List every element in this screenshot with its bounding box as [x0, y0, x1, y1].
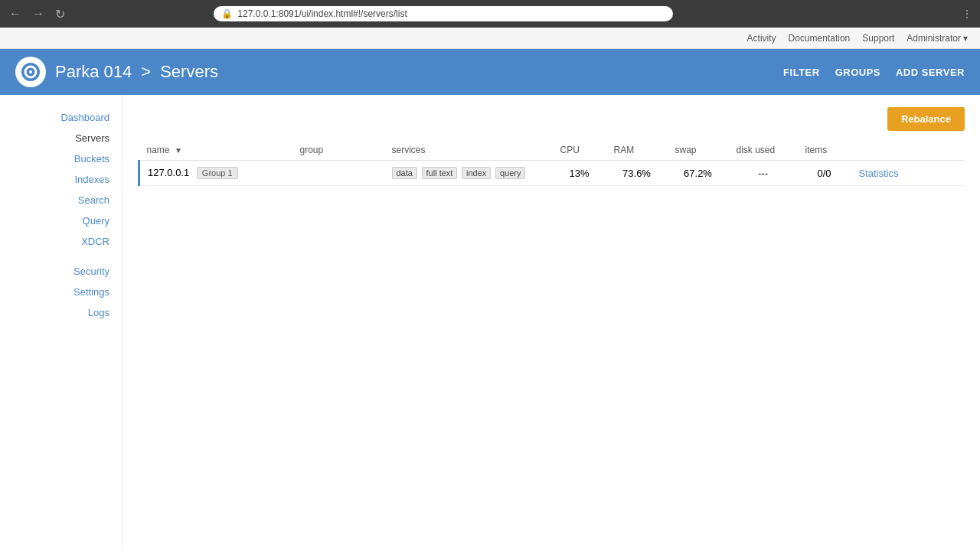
rebalance-button[interactable]: Rebalance — [887, 107, 965, 131]
activity-link[interactable]: Activity — [747, 33, 776, 44]
service-query-badge: query — [495, 167, 526, 179]
service-data-badge: data — [392, 167, 417, 179]
server-ram-cell: 73.6% — [606, 161, 668, 186]
service-index-badge: index — [462, 167, 491, 179]
extensions-icon: ⋮ — [960, 7, 974, 21]
server-stats-cell: Statistics — [851, 161, 965, 186]
main-layout: Dashboard Servers Buckets Indexes Search… — [0, 95, 980, 551]
sidebar: Dashboard Servers Buckets Indexes Search… — [0, 95, 122, 551]
server-ip: 127.0.0.1 — [148, 167, 189, 178]
col-header-name[interactable]: name ▼ — [139, 140, 292, 161]
server-services-cell: data full text index query — [384, 161, 553, 186]
col-header-group: group — [292, 140, 384, 161]
content-header: Rebalance — [138, 107, 965, 131]
col-header-services: services — [384, 140, 553, 161]
sidebar-item-security[interactable]: Security — [0, 261, 122, 282]
brand-logo — [15, 57, 46, 87]
forward-button[interactable]: → — [29, 5, 47, 22]
sidebar-item-search[interactable]: Search — [0, 190, 122, 210]
sidebar-item-dashboard[interactable]: Dashboard — [0, 107, 122, 128]
col-header-disk: disk used — [729, 140, 798, 161]
brand: Parka 014 > Servers — [15, 57, 218, 87]
table-body: 127.0.0.1 Group 1 data full text index q… — [139, 161, 965, 186]
group-badge: Group 1 — [197, 167, 238, 179]
statistics-link[interactable]: Statistics — [859, 168, 899, 179]
server-swap-cell: 67.2% — [668, 161, 729, 186]
sidebar-nav: Dashboard Servers Buckets Indexes Search… — [0, 107, 122, 323]
sidebar-item-xdcr[interactable]: XDCR — [0, 231, 122, 252]
address-bar[interactable]: 🔒 127.0.0.1:8091/ui/index.html#!/servers… — [214, 6, 673, 21]
support-link[interactable]: Support — [862, 33, 894, 44]
sidebar-item-servers[interactable]: Servers — [0, 128, 122, 148]
back-button[interactable]: ← — [6, 5, 24, 22]
sidebar-divider — [0, 252, 122, 261]
sidebar-item-logs[interactable]: Logs — [0, 302, 122, 323]
brand-name: Parka 014 — [55, 62, 132, 82]
dropdown-arrow-icon: ▾ — [963, 33, 968, 44]
servers-table: name ▼ group services CPU RAM swap disk … — [138, 140, 965, 186]
content-area: Rebalance name ▼ group services CPU RAM … — [122, 95, 980, 551]
administrator-link[interactable]: Administrator ▾ — [906, 33, 968, 44]
col-header-cpu: CPU — [553, 140, 606, 161]
svg-point-2 — [29, 70, 32, 73]
col-header-ram: RAM — [606, 140, 668, 161]
server-name-cell: 127.0.0.1 Group 1 — [139, 161, 292, 186]
groups-button[interactable]: GROUPS — [835, 67, 880, 78]
sidebar-item-query[interactable]: Query — [0, 210, 122, 231]
server-group-cell — [292, 161, 384, 186]
service-fulltext-badge: full text — [422, 167, 458, 179]
header-nav: FILTER GROUPS ADD SERVER — [783, 67, 965, 78]
sidebar-item-indexes[interactable]: Indexes — [0, 169, 122, 190]
reload-button[interactable]: ↻ — [52, 5, 68, 23]
header: Parka 014 > Servers FILTER GROUPS ADD SE… — [0, 49, 980, 95]
breadcrumb-separator: > — [141, 62, 151, 82]
server-cpu-cell: 13% — [553, 161, 606, 186]
browser-chrome: ← → ↻ 🔒 127.0.0.1:8091/ui/index.html#!/s… — [0, 0, 980, 28]
col-header-swap: swap — [668, 140, 729, 161]
col-header-actions — [851, 140, 965, 161]
url-text: 127.0.0.1:8091/ui/index.html#!/servers/l… — [237, 8, 407, 19]
table-row: 127.0.0.1 Group 1 data full text index q… — [139, 161, 965, 186]
col-header-items: items — [798, 140, 851, 161]
table-header: name ▼ group services CPU RAM swap disk … — [139, 140, 965, 161]
utility-bar: Activity Documentation Support Administr… — [0, 28, 980, 49]
filter-button[interactable]: FILTER — [783, 67, 820, 78]
browser-icons: ⋮ — [960, 7, 974, 21]
add-server-button[interactable]: ADD SERVER — [896, 67, 965, 78]
sort-arrow-icon: ▼ — [175, 146, 182, 155]
page-title: Servers — [160, 62, 218, 82]
documentation-link[interactable]: Documentation — [789, 33, 851, 44]
server-disk-cell: --- — [729, 161, 798, 186]
server-items-cell: 0/0 — [798, 161, 851, 186]
sidebar-item-settings[interactable]: Settings — [0, 282, 122, 302]
sidebar-item-buckets[interactable]: Buckets — [0, 148, 122, 169]
